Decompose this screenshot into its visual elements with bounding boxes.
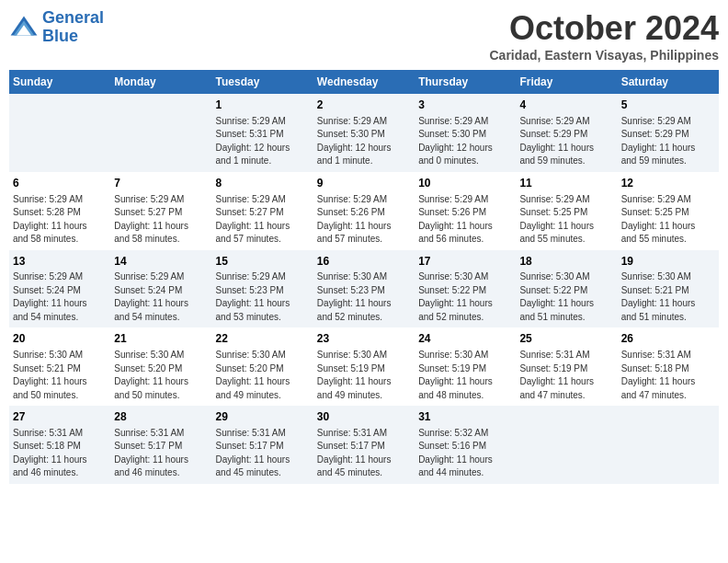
logo: General Blue: [9, 9, 104, 46]
day-info: Sunrise: 5:31 AM Sunset: 5:17 PM Dayligh…: [114, 427, 208, 480]
day-number: 26: [621, 331, 715, 347]
day-info: Sunrise: 5:29 AM Sunset: 5:25 PM Dayligh…: [621, 193, 715, 247]
calendar-cell: 26Sunrise: 5:31 AM Sunset: 5:18 PM Dayli…: [618, 327, 719, 406]
weekday-header: Saturday: [618, 70, 719, 94]
logo-line2: Blue: [42, 27, 78, 45]
day-number: 28: [114, 409, 208, 425]
month-title: October 2024: [489, 9, 719, 48]
day-info: Sunrise: 5:29 AM Sunset: 5:25 PM Dayligh…: [519, 193, 613, 247]
day-info: Sunrise: 5:30 AM Sunset: 5:22 PM Dayligh…: [519, 270, 613, 324]
calendar-cell: 16Sunrise: 5:30 AM Sunset: 5:23 PM Dayli…: [313, 250, 415, 328]
day-number: 3: [418, 98, 512, 113]
logo-icon: [9, 15, 39, 40]
day-number: 10: [418, 176, 512, 191]
day-number: 1: [216, 98, 310, 113]
day-number: 31: [418, 409, 512, 425]
day-info: Sunrise: 5:32 AM Sunset: 5:16 PM Dayligh…: [418, 427, 512, 480]
title-block: October 2024 Caridad, Eastern Visayas, P…: [489, 9, 719, 63]
day-info: Sunrise: 5:31 AM Sunset: 5:18 PM Dayligh…: [13, 427, 107, 480]
day-info: Sunrise: 5:30 AM Sunset: 5:23 PM Dayligh…: [317, 270, 411, 324]
calendar-cell: 9Sunrise: 5:29 AM Sunset: 5:26 PM Daylig…: [313, 172, 415, 250]
day-number: 19: [621, 254, 715, 270]
calendar-week-row: 27Sunrise: 5:31 AM Sunset: 5:18 PM Dayli…: [9, 406, 719, 484]
calendar-cell: 4Sunrise: 5:29 AM Sunset: 5:29 PM Daylig…: [516, 94, 617, 172]
day-number: 2: [317, 98, 411, 113]
day-info: Sunrise: 5:29 AM Sunset: 5:28 PM Dayligh…: [13, 193, 107, 247]
day-info: Sunrise: 5:30 AM Sunset: 5:22 PM Dayligh…: [418, 270, 512, 324]
calendar-cell: 14Sunrise: 5:29 AM Sunset: 5:24 PM Dayli…: [110, 250, 211, 328]
calendar-cell: 18Sunrise: 5:30 AM Sunset: 5:22 PM Dayli…: [516, 250, 617, 328]
calendar-cell: [9, 94, 110, 172]
calendar-cell: 31Sunrise: 5:32 AM Sunset: 5:16 PM Dayli…: [415, 406, 516, 484]
weekday-header: Tuesday: [212, 70, 313, 94]
logo-line1: General: [42, 8, 104, 27]
calendar-cell: 1Sunrise: 5:29 AM Sunset: 5:31 PM Daylig…: [212, 94, 313, 172]
calendar-cell: 6Sunrise: 5:29 AM Sunset: 5:28 PM Daylig…: [9, 172, 110, 250]
calendar-week-row: 6Sunrise: 5:29 AM Sunset: 5:28 PM Daylig…: [9, 172, 719, 250]
day-info: Sunrise: 5:29 AM Sunset: 5:27 PM Dayligh…: [216, 193, 310, 247]
calendar-cell: 19Sunrise: 5:30 AM Sunset: 5:21 PM Dayli…: [618, 250, 719, 328]
weekday-header-row: SundayMondayTuesdayWednesdayThursdayFrid…: [9, 70, 719, 94]
day-number: 23: [317, 331, 411, 347]
day-info: Sunrise: 5:29 AM Sunset: 5:30 PM Dayligh…: [418, 115, 512, 168]
day-number: 14: [114, 254, 208, 270]
day-number: 18: [519, 254, 613, 270]
calendar-cell: 15Sunrise: 5:29 AM Sunset: 5:23 PM Dayli…: [212, 250, 313, 328]
calendar-cell: 11Sunrise: 5:29 AM Sunset: 5:25 PM Dayli…: [516, 172, 617, 250]
calendar-cell: 20Sunrise: 5:30 AM Sunset: 5:21 PM Dayli…: [9, 327, 110, 406]
day-number: 7: [114, 176, 208, 191]
calendar-cell: 2Sunrise: 5:29 AM Sunset: 5:30 PM Daylig…: [313, 94, 415, 172]
calendar-cell: 5Sunrise: 5:29 AM Sunset: 5:29 PM Daylig…: [618, 94, 719, 172]
weekday-header: Friday: [516, 70, 617, 94]
calendar-cell: 30Sunrise: 5:31 AM Sunset: 5:17 PM Dayli…: [313, 406, 415, 484]
day-info: Sunrise: 5:30 AM Sunset: 5:19 PM Dayligh…: [418, 349, 512, 402]
day-info: Sunrise: 5:29 AM Sunset: 5:23 PM Dayligh…: [216, 270, 310, 324]
day-number: 30: [317, 409, 411, 425]
weekday-header: Sunday: [9, 70, 110, 94]
day-number: 17: [418, 254, 512, 270]
day-info: Sunrise: 5:29 AM Sunset: 5:24 PM Dayligh…: [114, 270, 208, 324]
calendar-table: SundayMondayTuesdayWednesdayThursdayFrid…: [9, 70, 719, 484]
calendar-cell: [516, 406, 617, 484]
day-number: 12: [621, 176, 715, 191]
calendar-cell: 17Sunrise: 5:30 AM Sunset: 5:22 PM Dayli…: [415, 250, 516, 328]
day-number: 11: [519, 176, 613, 191]
page-header: General Blue October 2024 Caridad, Easte…: [9, 9, 719, 63]
day-number: 4: [519, 98, 613, 113]
day-number: 6: [13, 176, 107, 191]
day-number: 5: [621, 98, 715, 113]
day-info: Sunrise: 5:30 AM Sunset: 5:21 PM Dayligh…: [13, 349, 107, 402]
calendar-cell: 23Sunrise: 5:30 AM Sunset: 5:19 PM Dayli…: [313, 327, 415, 406]
day-info: Sunrise: 5:29 AM Sunset: 5:24 PM Dayligh…: [13, 270, 107, 324]
calendar-week-row: 13Sunrise: 5:29 AM Sunset: 5:24 PM Dayli…: [9, 250, 719, 328]
calendar-cell: 3Sunrise: 5:29 AM Sunset: 5:30 PM Daylig…: [415, 94, 516, 172]
calendar-cell: 22Sunrise: 5:30 AM Sunset: 5:20 PM Dayli…: [212, 327, 313, 406]
day-number: 27: [13, 409, 107, 425]
day-info: Sunrise: 5:29 AM Sunset: 5:29 PM Dayligh…: [519, 115, 613, 168]
calendar-cell: 21Sunrise: 5:30 AM Sunset: 5:20 PM Dayli…: [110, 327, 211, 406]
weekday-header: Thursday: [415, 70, 516, 94]
day-number: 22: [216, 331, 310, 347]
day-info: Sunrise: 5:29 AM Sunset: 5:29 PM Dayligh…: [621, 115, 715, 168]
calendar-cell: [110, 94, 211, 172]
day-info: Sunrise: 5:30 AM Sunset: 5:21 PM Dayligh…: [621, 270, 715, 324]
calendar-cell: 24Sunrise: 5:30 AM Sunset: 5:19 PM Dayli…: [415, 327, 516, 406]
day-info: Sunrise: 5:29 AM Sunset: 5:26 PM Dayligh…: [418, 193, 512, 247]
day-info: Sunrise: 5:31 AM Sunset: 5:17 PM Dayligh…: [317, 427, 411, 480]
day-number: 15: [216, 254, 310, 270]
calendar-cell: 27Sunrise: 5:31 AM Sunset: 5:18 PM Dayli…: [9, 406, 110, 484]
day-info: Sunrise: 5:29 AM Sunset: 5:30 PM Dayligh…: [317, 115, 411, 168]
day-number: 16: [317, 254, 411, 270]
calendar-cell: 29Sunrise: 5:31 AM Sunset: 5:17 PM Dayli…: [212, 406, 313, 484]
day-info: Sunrise: 5:31 AM Sunset: 5:19 PM Dayligh…: [519, 349, 613, 402]
day-number: 8: [216, 176, 310, 191]
weekday-header: Monday: [110, 70, 211, 94]
location-subtitle: Caridad, Eastern Visayas, Philippines: [489, 48, 719, 63]
calendar-cell: 28Sunrise: 5:31 AM Sunset: 5:17 PM Dayli…: [110, 406, 211, 484]
logo-text: General Blue: [42, 9, 104, 46]
day-info: Sunrise: 5:30 AM Sunset: 5:19 PM Dayligh…: [317, 349, 411, 402]
calendar-cell: [618, 406, 719, 484]
day-info: Sunrise: 5:29 AM Sunset: 5:31 PM Dayligh…: [216, 115, 310, 168]
calendar-week-row: 20Sunrise: 5:30 AM Sunset: 5:21 PM Dayli…: [9, 327, 719, 406]
day-number: 21: [114, 331, 208, 347]
